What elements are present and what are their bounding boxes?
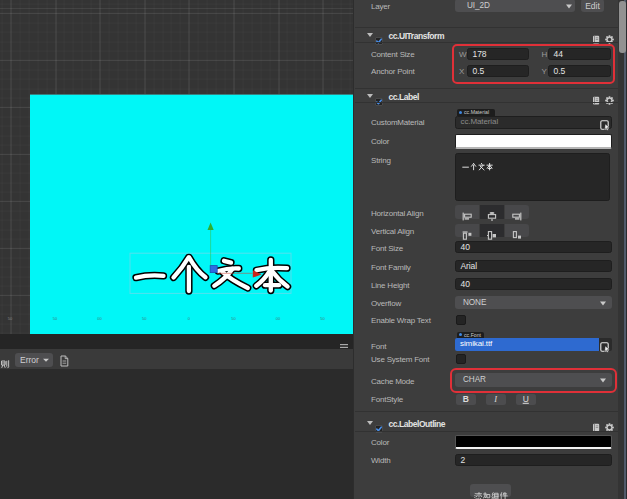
svg-text:00: 00	[276, 316, 281, 321]
svg-text:50: 50	[320, 316, 325, 321]
svg-text:50: 50	[8, 316, 13, 321]
svg-text:0: 0	[188, 316, 191, 321]
svg-text:50: 50	[231, 316, 236, 321]
svg-text:50: 50	[53, 316, 58, 321]
svg-text:00: 00	[97, 316, 102, 321]
svg-text:50: 50	[142, 316, 147, 321]
